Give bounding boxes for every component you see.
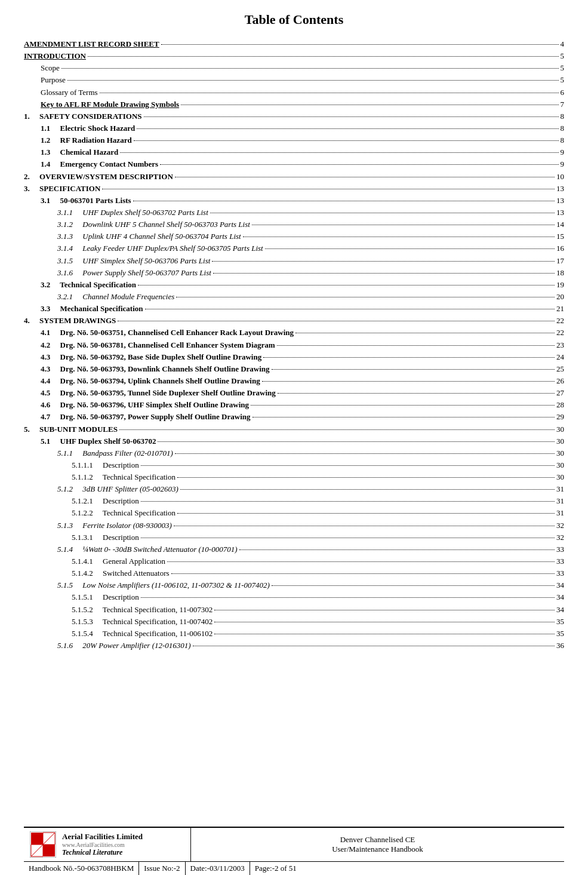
toc-page-s5-1-2: 31 (556, 483, 564, 495)
toc-row-s5-1-1[interactable]: 5.1.1 Bandpass Filter (02-010701)30 (24, 447, 564, 459)
toc-label-s3-1-5: 3.1.5 UHF Simplex Shelf 50-063706 Parts … (57, 255, 210, 267)
footer-top: Aerial Facilities Limited www.AerialFaci… (24, 828, 564, 862)
toc-dots-s2 (175, 177, 555, 177)
toc-row-introduction[interactable]: INTRODUCTION5 (24, 50, 564, 62)
toc-label-s4-6: 4.6 Drg. Nō. 50-063796, UHF Simplex Shel… (41, 399, 249, 411)
toc-label-s5: 5. SUB-UNIT MODULES (24, 423, 118, 435)
toc-dots-s1-1 (137, 128, 558, 129)
toc-row-s5-1-1-1[interactable]: 5.1.1.1 Description30 (24, 459, 564, 471)
toc-page-s4-4: 26 (556, 375, 564, 387)
toc-dots-s4-4 (262, 381, 555, 382)
toc-page-s1-1: 8 (561, 122, 565, 134)
toc-row-s4[interactable]: 4. SYSTEM DRAWINGS22 (24, 315, 564, 327)
toc-row-s2[interactable]: 2. OVERVIEW/SYSTEM DESCRIPTION10 (24, 171, 564, 183)
toc-label-s5-1-3: 5.1.3 Ferrite Isolator (08-930003) (57, 520, 172, 532)
toc-page-s3-1-5: 17 (556, 255, 564, 267)
toc-row-s4-3a[interactable]: 4.3 Drg. Nō. 50-063792, Base Side Duplex… (24, 351, 564, 363)
toc-page-s1-3: 9 (561, 146, 565, 158)
toc-row-s4-1[interactable]: 4.1 Drg. Nō. 50-063751, Channelised Cell… (24, 327, 564, 339)
toc-row-s5-1-3[interactable]: 5.1.3 Ferrite Isolator (08-930003)32 (24, 520, 564, 532)
toc-row-s5-1-5-3[interactable]: 5.1.5.3 Technical Specification, 11-0074… (24, 616, 564, 628)
page-cell: Page:-2 of 51 (250, 862, 301, 875)
toc-row-glossary[interactable]: Glossary of Terms6 (24, 87, 564, 99)
toc-row-s5-1-2-2[interactable]: 5.1.2.2 Technical Specification31 (24, 507, 564, 519)
toc-label-s3-3: 3.3 Mechanical Specification (41, 303, 143, 315)
toc-row-s3-1-2[interactable]: 3.1.2 Downlink UHF 5 Channel Shelf 50-06… (24, 219, 564, 231)
toc-row-key[interactable]: Key to AFL RF Module Drawing Symbols7 (24, 99, 564, 110)
toc-row-s1-1[interactable]: 1.1 Electric Shock Hazard8 (24, 122, 564, 134)
company-logo-icon (30, 831, 56, 858)
toc-label-s2: 2. OVERVIEW/SYSTEM DESCRIPTION (24, 171, 173, 183)
toc-row-s5-1-2[interactable]: 5.1.2 3dB UHF Splitter (05-002603)31 (24, 483, 564, 495)
toc-row-s5-1-4[interactable]: 5.1.4 ¼Watt 0- -30dB Switched Attenuator… (24, 544, 564, 555)
toc-label-glossary: Glossary of Terms (41, 87, 98, 99)
toc-row-s3[interactable]: 3. SPECIFICATION13 (24, 183, 564, 195)
toc-dots-s5-1-4 (239, 549, 555, 550)
toc-row-s4-5[interactable]: 4.5 Drg. Nō. 50-063795, Tunnel Side Dupl… (24, 387, 564, 399)
toc-dots-s4 (118, 321, 555, 321)
toc-row-s4-2[interactable]: 4.2 Drg. Nō. 50-063781, Channelised Cell… (24, 339, 564, 351)
toc-page-s5-1-4-1: 33 (556, 555, 564, 567)
toc-dots-key (181, 105, 558, 105)
toc-row-s5-1-2-1[interactable]: 5.1.2.1 Description31 (24, 495, 564, 507)
toc-row-s3-2-1[interactable]: 3.2.1 Channel Module Frequencies20 (24, 291, 564, 303)
toc-page-s5-1-5-1: 34 (556, 591, 564, 603)
toc-row-s4-4[interactable]: 4.4 Drg. Nō. 50-063794, Uplink Channels … (24, 375, 564, 387)
toc-row-s5-1-5-4[interactable]: 5.1.5.4 Technical Specification, 11-0061… (24, 628, 564, 640)
toc-row-s4-7[interactable]: 4.7 Drg. Nō. 50-063797, Power Supply She… (24, 411, 564, 423)
toc-dots-s5 (119, 429, 555, 430)
toc-row-s5-1-5[interactable]: 5.1.5 Low Noise Amplifiers (11-006102, 1… (24, 579, 564, 591)
toc-row-s3-1-5[interactable]: 3.1.5 UHF Simplex Shelf 50-063706 Parts … (24, 255, 564, 267)
toc-dots-s1-4 (160, 164, 558, 165)
toc-dots-s5-1-1-2 (177, 477, 555, 478)
toc-dots-s4-2 (277, 345, 555, 346)
toc-row-s1[interactable]: 1. SAFETY CONSIDERATIONS8 (24, 110, 564, 122)
toc-row-s1-4[interactable]: 1.4 Emergency Contact Numbers9 (24, 158, 564, 170)
toc-row-s5-1[interactable]: 5.1 UHF Duplex Shelf 50-06370230 (24, 435, 564, 447)
toc-row-s3-2[interactable]: 3.2 Technical Specification19 (24, 279, 564, 291)
toc-dots-s1-3 (120, 152, 558, 153)
toc-page-s3-1-6: 18 (556, 267, 564, 279)
toc-label-s5-1-4-2: 5.1.4.2 Switched Attenuators (72, 567, 170, 579)
toc-row-s1-2[interactable]: 1.2 RF Radiation Hazard8 (24, 134, 564, 146)
toc-label-s4-7: 4.7 Drg. Nō. 50-063797, Power Supply She… (41, 411, 251, 423)
toc-row-purpose[interactable]: Purpose5 (24, 74, 564, 86)
toc-row-s5-1-4-2[interactable]: 5.1.4.2 Switched Attenuators33 (24, 567, 564, 579)
toc-page-s4-3b: 25 (556, 363, 564, 375)
toc-row-s3-1[interactable]: 3.1 50-063701 Parts Lists13 (24, 195, 564, 207)
toc-row-s5[interactable]: 5. SUB-UNIT MODULES30 (24, 423, 564, 435)
toc-row-amendment[interactable]: AMENDMENT LIST RECORD SHEET4 (24, 38, 564, 50)
toc-dots-s3-1-3 (243, 237, 555, 237)
toc-page-key: 7 (561, 99, 565, 110)
toc-dots-s4-1 (295, 333, 555, 333)
toc-row-s5-1-5-1[interactable]: 5.1.5.1 Description34 (24, 591, 564, 603)
toc-page-s3-1-1: 13 (556, 207, 564, 219)
toc-row-s5-1-3-1[interactable]: 5.1.3.1 Description32 (24, 532, 564, 544)
toc-page-s4-7: 29 (556, 411, 564, 423)
toc-row-s3-1-4[interactable]: 3.1.4 Leaky Feeder UHF Duplex/PA Shelf 5… (24, 242, 564, 254)
toc-row-s4-6[interactable]: 4.6 Drg. Nō. 50-063796, UHF Simplex Shel… (24, 399, 564, 411)
toc-row-s1-3[interactable]: 1.3 Chemical Hazard9 (24, 146, 564, 158)
toc-page-s5-1-5: 34 (556, 579, 564, 591)
toc-row-s3-1-6[interactable]: 3.1.6 Power Supply Shelf 50-063707 Parts… (24, 267, 564, 279)
toc-row-s4-3b[interactable]: 4.3 Drg. Nō. 50-063793, Downlink Channel… (24, 363, 564, 375)
toc-page-purpose: 5 (561, 74, 565, 86)
toc-row-s3-1-1[interactable]: 3.1.1 UHF Duplex Shelf 50-063702 Parts L… (24, 207, 564, 219)
toc-row-s3-3[interactable]: 3.3 Mechanical Specification21 (24, 303, 564, 315)
toc-dots-s5-1-5-1 (141, 597, 555, 598)
toc-label-s3-1-2: 3.1.2 Downlink UHF 5 Channel Shelf 50-06… (57, 219, 250, 231)
toc-label-s1-2: 1.2 RF Radiation Hazard (41, 134, 132, 146)
toc-row-s3-1-3[interactable]: 3.1.3 Uplink UHF 4 Channel Shelf 50-0637… (24, 231, 564, 242)
toc-row-scope[interactable]: Scope5 (24, 62, 564, 74)
toc-page-s2: 10 (556, 171, 564, 183)
toc-row-s5-1-1-2[interactable]: 5.1.1.2 Technical Specification30 (24, 471, 564, 483)
toc-row-s5-1-6[interactable]: 5.1.6 20W Power Amplifier (12-016301)36 (24, 640, 564, 652)
toc-dots-s5-1-2 (180, 489, 555, 490)
toc-page-s1-2: 8 (561, 134, 565, 146)
toc-row-s5-1-5-2[interactable]: 5.1.5.2 Technical Specification, 11-0073… (24, 604, 564, 616)
toc-dots-glossary (100, 93, 559, 93)
toc-dots-s5-1-1-1 (141, 465, 555, 466)
toc-dots-s5-1-5 (272, 585, 555, 586)
toc-page-s3-3: 21 (556, 303, 564, 315)
toc-row-s5-1-4-1[interactable]: 5.1.4.1 General Application33 (24, 555, 564, 567)
